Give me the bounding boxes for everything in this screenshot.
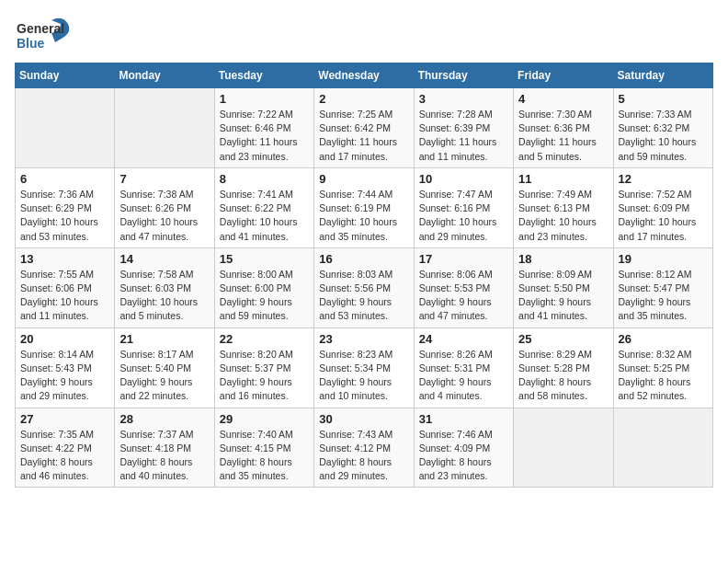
day-info: Sunrise: 8:23 AM Sunset: 5:34 PM Dayligh… <box>319 348 408 404</box>
day-info: Sunrise: 7:36 AM Sunset: 6:29 PM Dayligh… <box>20 188 109 244</box>
day-number: 12 <box>619 172 708 186</box>
day-number: 15 <box>220 252 309 266</box>
day-info: Sunrise: 8:06 AM Sunset: 5:53 PM Dayligh… <box>419 268 508 324</box>
calendar-cell <box>16 88 115 168</box>
day-info: Sunrise: 7:28 AM Sunset: 6:39 PM Dayligh… <box>419 108 508 164</box>
day-number: 19 <box>619 252 708 266</box>
calendar-cell: 9Sunrise: 7:44 AM Sunset: 6:19 PM Daylig… <box>314 167 414 247</box>
calendar-cell: 25Sunrise: 8:29 AM Sunset: 5:28 PM Dayli… <box>514 327 613 408</box>
calendar-cell: 12Sunrise: 7:52 AM Sunset: 6:09 PM Dayli… <box>613 167 712 247</box>
calendar-cell: 22Sunrise: 8:20 AM Sunset: 5:37 PM Dayli… <box>214 327 313 408</box>
calendar-cell: 29Sunrise: 7:40 AM Sunset: 4:15 PM Dayli… <box>214 408 313 488</box>
day-info: Sunrise: 7:46 AM Sunset: 4:09 PM Dayligh… <box>419 428 508 484</box>
calendar-cell: 26Sunrise: 8:32 AM Sunset: 5:25 PM Dayli… <box>613 327 712 408</box>
weekday-header: Tuesday <box>214 63 313 88</box>
day-number: 8 <box>220 172 309 186</box>
day-number: 29 <box>220 412 309 426</box>
day-number: 22 <box>220 332 309 346</box>
calendar-cell: 27Sunrise: 7:35 AM Sunset: 4:22 PM Dayli… <box>16 408 115 488</box>
day-number: 1 <box>220 92 309 106</box>
day-info: Sunrise: 7:58 AM Sunset: 6:03 PM Dayligh… <box>119 268 209 324</box>
calendar-week-row: 27Sunrise: 7:35 AM Sunset: 4:22 PM Dayli… <box>16 408 713 488</box>
day-info: Sunrise: 7:25 AM Sunset: 6:42 PM Dayligh… <box>319 108 408 164</box>
weekday-header: Friday <box>514 63 613 88</box>
day-number: 20 <box>20 332 109 346</box>
day-info: Sunrise: 8:14 AM Sunset: 5:43 PM Dayligh… <box>20 348 109 404</box>
day-number: 3 <box>419 92 508 106</box>
day-number: 18 <box>518 252 608 266</box>
calendar-cell: 19Sunrise: 8:12 AM Sunset: 5:47 PM Dayli… <box>613 247 712 327</box>
day-info: Sunrise: 8:17 AM Sunset: 5:40 PM Dayligh… <box>119 348 209 404</box>
day-info: Sunrise: 8:00 AM Sunset: 6:00 PM Dayligh… <box>220 268 309 324</box>
day-number: 4 <box>518 92 608 106</box>
calendar-cell: 23Sunrise: 8:23 AM Sunset: 5:34 PM Dayli… <box>314 327 414 408</box>
day-info: Sunrise: 8:09 AM Sunset: 5:50 PM Dayligh… <box>518 268 608 324</box>
calendar-cell <box>514 408 613 488</box>
calendar-cell: 4Sunrise: 7:30 AM Sunset: 6:36 PM Daylig… <box>514 88 613 168</box>
day-number: 28 <box>119 412 209 426</box>
day-info: Sunrise: 8:12 AM Sunset: 5:47 PM Dayligh… <box>619 268 708 324</box>
calendar-cell: 1Sunrise: 7:22 AM Sunset: 6:46 PM Daylig… <box>214 88 313 168</box>
weekday-header: Thursday <box>414 63 513 88</box>
day-number: 2 <box>319 92 408 106</box>
day-number: 27 <box>20 412 109 426</box>
day-info: Sunrise: 7:30 AM Sunset: 6:36 PM Dayligh… <box>518 108 608 164</box>
day-number: 11 <box>518 172 608 186</box>
day-info: Sunrise: 7:55 AM Sunset: 6:06 PM Dayligh… <box>20 268 109 324</box>
day-info: Sunrise: 7:40 AM Sunset: 4:15 PM Dayligh… <box>220 428 309 484</box>
day-number: 30 <box>319 412 408 426</box>
day-info: Sunrise: 8:26 AM Sunset: 5:31 PM Dayligh… <box>419 348 508 404</box>
calendar-cell <box>115 88 214 168</box>
svg-text:Blue: Blue <box>17 36 45 51</box>
logo: GeneralBlue <box>15 15 79 53</box>
day-number: 9 <box>319 172 408 186</box>
day-number: 23 <box>319 332 408 346</box>
day-number: 14 <box>119 252 209 266</box>
day-number: 21 <box>119 332 209 346</box>
calendar-cell: 14Sunrise: 7:58 AM Sunset: 6:03 PM Dayli… <box>115 247 214 327</box>
day-info: Sunrise: 7:52 AM Sunset: 6:09 PM Dayligh… <box>619 188 708 244</box>
calendar-cell: 21Sunrise: 8:17 AM Sunset: 5:40 PM Dayli… <box>115 327 214 408</box>
day-info: Sunrise: 7:38 AM Sunset: 6:26 PM Dayligh… <box>119 188 209 244</box>
calendar-week-row: 13Sunrise: 7:55 AM Sunset: 6:06 PM Dayli… <box>16 247 713 327</box>
calendar-cell: 28Sunrise: 7:37 AM Sunset: 4:18 PM Dayli… <box>115 408 214 488</box>
weekday-header: Wednesday <box>314 63 414 88</box>
calendar-cell: 3Sunrise: 7:28 AM Sunset: 6:39 PM Daylig… <box>414 88 513 168</box>
day-info: Sunrise: 7:37 AM Sunset: 4:18 PM Dayligh… <box>119 428 209 484</box>
calendar-week-row: 6Sunrise: 7:36 AM Sunset: 6:29 PM Daylig… <box>16 167 713 247</box>
calendar-cell: 11Sunrise: 7:49 AM Sunset: 6:13 PM Dayli… <box>514 167 613 247</box>
calendar-cell: 8Sunrise: 7:41 AM Sunset: 6:22 PM Daylig… <box>214 167 313 247</box>
calendar-week-row: 20Sunrise: 8:14 AM Sunset: 5:43 PM Dayli… <box>16 327 713 408</box>
day-info: Sunrise: 8:29 AM Sunset: 5:28 PM Dayligh… <box>518 348 608 404</box>
calendar-cell: 16Sunrise: 8:03 AM Sunset: 5:56 PM Dayli… <box>314 247 414 327</box>
day-info: Sunrise: 7:47 AM Sunset: 6:16 PM Dayligh… <box>419 188 508 244</box>
logo-svg: GeneralBlue <box>15 15 79 53</box>
day-info: Sunrise: 7:35 AM Sunset: 4:22 PM Dayligh… <box>20 428 109 484</box>
day-number: 7 <box>119 172 209 186</box>
day-info: Sunrise: 7:43 AM Sunset: 4:12 PM Dayligh… <box>319 428 408 484</box>
day-info: Sunrise: 7:41 AM Sunset: 6:22 PM Dayligh… <box>220 188 309 244</box>
calendar-cell: 13Sunrise: 7:55 AM Sunset: 6:06 PM Dayli… <box>16 247 115 327</box>
day-info: Sunrise: 7:44 AM Sunset: 6:19 PM Dayligh… <box>319 188 408 244</box>
day-number: 16 <box>319 252 408 266</box>
day-info: Sunrise: 8:20 AM Sunset: 5:37 PM Dayligh… <box>220 348 309 404</box>
page-header: GeneralBlue <box>15 15 713 53</box>
calendar-header-row: SundayMondayTuesdayWednesdayThursdayFrid… <box>16 63 713 88</box>
calendar-cell <box>613 408 712 488</box>
day-number: 26 <box>619 332 708 346</box>
calendar-cell: 6Sunrise: 7:36 AM Sunset: 6:29 PM Daylig… <box>16 167 115 247</box>
day-number: 5 <box>619 92 708 106</box>
svg-text:General: General <box>17 21 64 36</box>
calendar-cell: 2Sunrise: 7:25 AM Sunset: 6:42 PM Daylig… <box>314 88 414 168</box>
weekday-header: Monday <box>115 63 214 88</box>
day-number: 17 <box>419 252 508 266</box>
calendar-cell: 31Sunrise: 7:46 AM Sunset: 4:09 PM Dayli… <box>414 408 513 488</box>
calendar-cell: 24Sunrise: 8:26 AM Sunset: 5:31 PM Dayli… <box>414 327 513 408</box>
day-number: 25 <box>518 332 608 346</box>
calendar-cell: 5Sunrise: 7:33 AM Sunset: 6:32 PM Daylig… <box>613 88 712 168</box>
calendar-cell: 10Sunrise: 7:47 AM Sunset: 6:16 PM Dayli… <box>414 167 513 247</box>
day-number: 6 <box>20 172 109 186</box>
calendar-cell: 20Sunrise: 8:14 AM Sunset: 5:43 PM Dayli… <box>16 327 115 408</box>
day-info: Sunrise: 7:49 AM Sunset: 6:13 PM Dayligh… <box>518 188 608 244</box>
calendar-cell: 15Sunrise: 8:00 AM Sunset: 6:00 PM Dayli… <box>214 247 313 327</box>
